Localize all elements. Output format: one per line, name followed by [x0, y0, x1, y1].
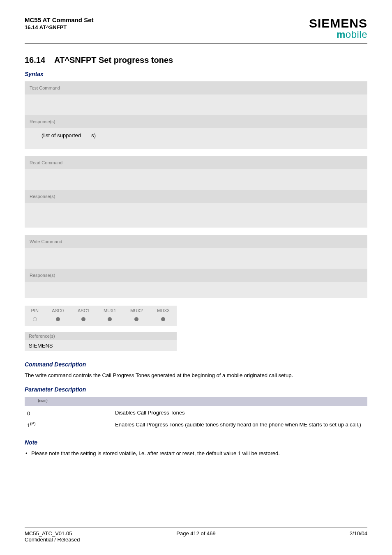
- footer-right: 2/10/04: [350, 530, 367, 543]
- note-heading: Note: [25, 439, 367, 446]
- cap-h-1: ASC0: [45, 306, 71, 315]
- cap-dot-1: [45, 315, 71, 326]
- syntax-heading: Syntax: [25, 71, 367, 77]
- footer-left-line1: MC55_ATC_V01.05: [25, 530, 80, 537]
- doc-title: MC55 AT Command Set: [25, 16, 94, 23]
- cap-dot-5: [150, 315, 177, 326]
- footer-center: Page 412 of 469: [176, 530, 215, 537]
- cap-h-3: MUX1: [97, 306, 123, 315]
- reference-label: Reference(s): [25, 332, 177, 340]
- param-key-0-val: 0: [27, 411, 30, 417]
- filled-circle-icon: [108, 317, 112, 321]
- footer-left: MC55_ATC_V01.05 Confidential / Released: [25, 530, 80, 543]
- open-circle-icon: [33, 317, 37, 321]
- cap-dot-4: [123, 315, 150, 326]
- page-footer: MC55_ATC_V01.05 Confidential / Released …: [25, 527, 367, 543]
- brand-block: SIEMENS mobile: [309, 16, 367, 40]
- doc-subtitle: 16.14 AT^SNFPT: [25, 24, 94, 30]
- cap-dot-3: [97, 315, 123, 326]
- read-command-panel: Read Command Response(s): [25, 156, 367, 228]
- read-response-body: [25, 203, 367, 228]
- param-row-0: 0 Disables Call Progress Tones: [25, 408, 367, 419]
- filled-circle-icon: [134, 317, 138, 321]
- test-command-label: Test Command: [25, 81, 367, 94]
- cap-dot-0: [25, 315, 45, 326]
- write-command-body: [25, 248, 367, 269]
- read-command-body: [25, 169, 367, 190]
- capability-table: PIN ASC0 ASC1 MUX1 MUX2 MUX3: [25, 306, 177, 326]
- write-command-label: Write Command: [25, 235, 367, 248]
- param-row-1: 1(P) Enables Call Progress Tones (audibl…: [25, 419, 367, 431]
- test-command-body: [25, 94, 367, 115]
- test-response-body: (list of supported s): [25, 128, 367, 149]
- note-text: Please note that the setting is stored v…: [31, 450, 280, 456]
- cap-h-0: PIN: [25, 306, 45, 315]
- parameter-badge: (num): [25, 397, 367, 406]
- test-response-label: Response(s): [25, 115, 367, 128]
- page-header: MC55 AT Command Set 16.14 AT^SNFPT SIEME…: [25, 16, 367, 40]
- footer-left-line2: Confidential / Released: [25, 537, 80, 543]
- doc-title-block: MC55 AT Command Set 16.14 AT^SNFPT: [25, 16, 94, 30]
- filled-circle-icon: [161, 317, 165, 321]
- reference-value: SIEMENS: [25, 340, 177, 351]
- param-key-0: 0: [25, 408, 115, 419]
- filled-circle-icon: [81, 317, 85, 321]
- siemens-logo-text: SIEMENS: [309, 16, 367, 30]
- header-divider: [25, 43, 367, 44]
- mobile-rest: obile: [346, 29, 367, 40]
- test-response-text: (list of supported s): [30, 132, 96, 138]
- mobile-logo-text: mobile: [309, 29, 367, 40]
- write-response-body: [25, 282, 367, 298]
- section-title-text: AT^SNFPT Set progress tones: [54, 55, 173, 64]
- write-response-label: Response(s): [25, 269, 367, 282]
- filled-circle-icon: [56, 317, 60, 321]
- cap-dot-2: [71, 315, 97, 326]
- parameter-description-heading: Parameter Description: [25, 386, 367, 393]
- param-key-1: 1(P): [25, 419, 115, 431]
- parameter-badge-sup: (num): [38, 398, 48, 403]
- cap-h-4: MUX2: [123, 306, 150, 315]
- capability-dot-row: [25, 315, 177, 326]
- note-list: •Please note that the setting is stored …: [25, 450, 367, 458]
- mobile-m: m: [337, 29, 346, 40]
- param-desc-1: Enables Call Progress Tones (audible ton…: [115, 419, 367, 431]
- read-response-label: Response(s): [25, 190, 367, 203]
- param-desc-0: Disables Call Progress Tones: [115, 408, 367, 419]
- read-command-label: Read Command: [25, 156, 367, 169]
- parameter-table: 0 Disables Call Progress Tones 1(P) Enab…: [25, 408, 367, 431]
- capability-header-row: PIN ASC0 ASC1 MUX1 MUX2 MUX3: [25, 306, 177, 315]
- command-description-text: The write command controls the Call Prog…: [25, 372, 367, 380]
- write-command-panel: Write Command Response(s): [25, 235, 367, 298]
- section-heading: 16.14AT^SNFPT Set progress tones: [25, 55, 367, 65]
- param-key-1-sup: (P): [30, 421, 35, 426]
- section-number: 16.14: [25, 55, 45, 65]
- cap-h-2: ASC1: [71, 306, 97, 315]
- cap-h-5: MUX3: [150, 306, 177, 315]
- bullet-icon: •: [25, 450, 31, 458]
- command-description-heading: Command Description: [25, 361, 367, 368]
- test-command-panel: Test Command Response(s) (list of suppor…: [25, 81, 367, 149]
- reference-box: Reference(s) SIEMENS: [25, 332, 177, 351]
